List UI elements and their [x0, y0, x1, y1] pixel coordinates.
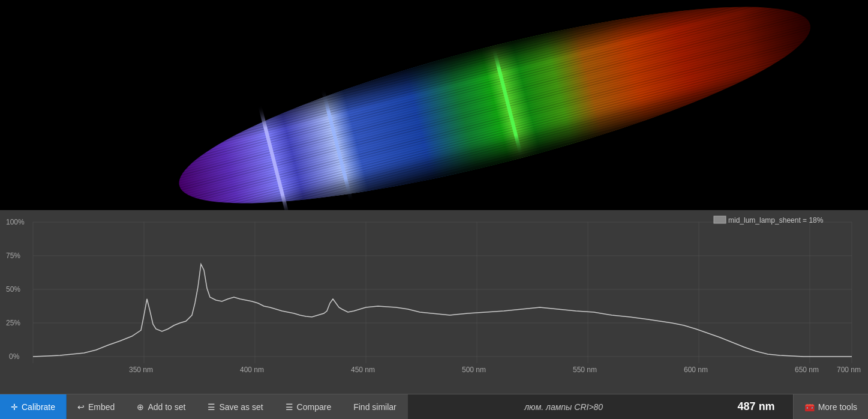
- svg-text:400 nm: 400 nm: [240, 366, 264, 374]
- svg-text:600 nm: 600 nm: [684, 366, 708, 374]
- find-similar-button[interactable]: Find similar: [343, 394, 408, 420]
- nm-value: 487 nm: [720, 400, 793, 413]
- toolbar: ✛ Calibrate ↩ Embed ⊕ Add to set ☰ Save …: [0, 394, 868, 419]
- add-to-set-button[interactable]: ⊕ Add to set: [126, 394, 197, 420]
- embed-icon: ↩: [77, 402, 85, 412]
- find-similar-label: Find similar: [353, 402, 397, 412]
- add-to-set-label: Add to set: [148, 402, 185, 412]
- save-as-set-label: Save as set: [219, 402, 263, 412]
- spectrum-canvas: [0, 0, 868, 210]
- svg-rect-28: [714, 216, 726, 223]
- chart-svg: 100% 75% 50% 25% 0% 350 nm 400 nm 450 nm…: [0, 210, 868, 394]
- svg-text:25%: 25%: [6, 319, 20, 327]
- calibrate-button[interactable]: ✛ Calibrate: [0, 394, 67, 420]
- save-as-set-button[interactable]: ☰ Save as set: [197, 394, 274, 420]
- svg-text:mid_lum_lamp_sheent = 18%: mid_lum_lamp_sheent = 18%: [728, 216, 824, 225]
- svg-text:650 nm: 650 nm: [795, 366, 819, 374]
- lamp-info: люм. лампы CRI>80: [408, 402, 720, 412]
- save-icon: ☰: [208, 402, 215, 412]
- more-tools-icon: 🧰: [804, 402, 815, 412]
- add-icon: ⊕: [137, 402, 144, 412]
- svg-text:500 nm: 500 nm: [462, 366, 486, 374]
- svg-text:350 nm: 350 nm: [129, 366, 153, 374]
- svg-text:50%: 50%: [6, 285, 20, 294]
- compare-button[interactable]: ☰ Compare: [275, 394, 343, 420]
- embed-label: Embed: [88, 402, 115, 412]
- svg-text:550 nm: 550 nm: [573, 366, 597, 374]
- compare-label: Compare: [297, 402, 332, 412]
- embed-button[interactable]: ↩ Embed: [67, 394, 126, 420]
- more-tools-label: More tools: [818, 402, 857, 412]
- compare-icon: ☰: [286, 402, 293, 412]
- calibrate-icon: ✛: [11, 402, 18, 412]
- svg-text:75%: 75%: [6, 252, 20, 260]
- svg-text:100%: 100%: [6, 218, 25, 226]
- svg-text:0%: 0%: [9, 352, 20, 361]
- calibrate-label: Calibrate: [22, 402, 55, 412]
- chart-area: 100% 75% 50% 25% 0% 350 nm 400 nm 450 nm…: [0, 210, 868, 394]
- svg-text:700 nm: 700 nm: [837, 366, 861, 374]
- more-tools-button[interactable]: 🧰 More tools: [793, 394, 868, 420]
- svg-text:450 nm: 450 nm: [351, 366, 375, 374]
- spectrum-image: [0, 0, 868, 210]
